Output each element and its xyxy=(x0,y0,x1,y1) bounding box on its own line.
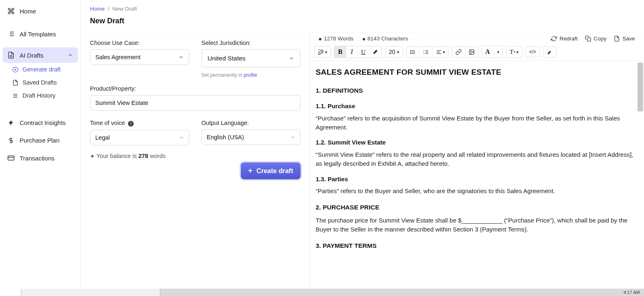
page-title: New Draft xyxy=(81,12,644,32)
fontfamily-drop[interactable]: ▾ xyxy=(494,46,503,58)
card-icon xyxy=(7,154,15,162)
save-button[interactable]: Save xyxy=(614,36,635,42)
copy-button[interactable]: Copy xyxy=(585,36,607,42)
sidebar-item-contract-insights[interactable]: Contract Insights xyxy=(2,115,78,130)
link-button[interactable] xyxy=(452,47,465,57)
image-button[interactable] xyxy=(465,47,478,57)
svg-rect-17 xyxy=(587,38,590,41)
product-input[interactable]: Summit View Estate xyxy=(90,95,301,111)
doc-heading: 3. PAYMENT TERMS xyxy=(316,241,635,250)
balance-value: 278 xyxy=(138,153,148,159)
sidebar: Home All Templates AI Drafts xyxy=(0,0,81,289)
doc-subheading: 1.1. Purchase xyxy=(316,102,635,111)
char-count: 8143 Characters xyxy=(368,36,408,42)
ol-button[interactable]: 123 xyxy=(419,47,432,57)
svg-rect-15 xyxy=(8,156,14,160)
jurisdiction-label: Select Jurisdiction: xyxy=(202,40,301,46)
sidebar-item-home[interactable]: Home xyxy=(2,3,78,19)
sidebar-sub-label: Saved Drafts xyxy=(22,79,57,86)
sidebar-item-purchase-plan[interactable]: Purchase Plan xyxy=(2,133,78,148)
sidebar-sub-label: Draft History xyxy=(22,92,56,99)
tone-select[interactable]: Legal xyxy=(90,130,189,145)
dot-icon xyxy=(319,38,321,40)
chevron-down-icon xyxy=(290,135,295,140)
document-editor[interactable]: SALES AGREEMENT FOR SUMMIT VIEW ESTATE 1… xyxy=(310,61,644,289)
eraser-button[interactable] xyxy=(369,46,381,58)
svg-text:3: 3 xyxy=(423,52,424,54)
create-draft-label: Create draft xyxy=(256,167,293,175)
sidebar-sub-saved-drafts[interactable]: Saved Drafts xyxy=(8,77,78,88)
save-icon xyxy=(614,36,620,42)
sidebar-sub-draft-history[interactable]: Draft History xyxy=(8,90,78,101)
breadcrumb-home[interactable]: Home xyxy=(90,6,105,12)
use-case-value: Sales Agreement xyxy=(95,54,140,60)
sidebar-label: All Templates xyxy=(20,31,56,38)
scrollbar[interactable] xyxy=(637,62,643,111)
align-button[interactable]: ▾ xyxy=(432,47,448,57)
sidebar-label: AI Drafts xyxy=(20,52,43,59)
svg-point-22 xyxy=(410,51,411,52)
codeview-button[interactable]: </> xyxy=(526,47,539,57)
sidebar-item-transactions[interactable]: Transactions xyxy=(2,150,78,166)
create-draft-button[interactable]: + Create draft xyxy=(241,162,301,179)
use-case-select[interactable]: Sales Agreement xyxy=(90,49,189,65)
file-icon xyxy=(12,80,18,86)
profile-link[interactable]: profile xyxy=(244,72,257,78)
ul-button[interactable] xyxy=(406,47,419,57)
taskbar-clock: 4:17 AM xyxy=(624,290,644,295)
doc-paragraph: “Summit View Estate” refers to the real … xyxy=(316,150,635,168)
jurisdiction-hint: Set permanently in profile xyxy=(202,72,301,78)
tone-value: Legal xyxy=(95,134,110,141)
plus-icon: + xyxy=(248,167,253,175)
svg-point-34 xyxy=(470,51,471,51)
fontsize-select[interactable]: 20▾ xyxy=(386,47,402,57)
list-icon xyxy=(7,30,15,38)
sidebar-label: Transactions xyxy=(20,155,54,162)
fontfamily-button[interactable]: A xyxy=(482,46,494,58)
doc-subheading: 1.2. Summit View Estate xyxy=(316,138,635,147)
redraft-button[interactable]: Redraft xyxy=(551,36,577,42)
lang-select[interactable]: English (USA) xyxy=(202,129,301,145)
clearformat-button[interactable]: T×▾ xyxy=(507,47,522,58)
doc-heading: 1. DEFINITIONS xyxy=(316,86,635,95)
taskbar: 4:17 AM xyxy=(0,289,644,296)
copy-icon xyxy=(585,36,591,42)
product-label: Product/Property: xyxy=(90,85,301,92)
underline-button[interactable]: U xyxy=(357,46,369,58)
svg-point-21 xyxy=(410,50,411,51)
sidebar-label: Purchase Plan xyxy=(20,137,60,144)
doc-heading: 2. PURCHASE PRICE xyxy=(316,203,635,212)
chevron-down-icon xyxy=(289,56,294,61)
info-icon[interactable]: i xyxy=(128,121,134,127)
dot-icon xyxy=(363,38,365,40)
sidebar-sub-generate-draft[interactable]: Generate draft xyxy=(8,64,78,75)
preview-stats: 1278 Words 8143 Characters xyxy=(319,36,408,42)
sidebar-item-all-templates[interactable]: All Templates xyxy=(2,26,78,42)
refresh-icon xyxy=(551,36,557,42)
jurisdiction-value: United States xyxy=(208,55,246,62)
bold-button[interactable]: B xyxy=(334,46,346,58)
doc-title: SALES AGREEMENT FOR SUMMIT VIEW ESTATE xyxy=(316,67,635,78)
balance-text: Your balance is 278 words xyxy=(90,153,301,159)
magic-button[interactable]: ▾ xyxy=(314,47,330,57)
highlight-button[interactable] xyxy=(543,47,556,57)
lang-value: English (USA) xyxy=(207,134,244,140)
product-value: Summit View Estate xyxy=(95,100,148,106)
doc-subheading: 1.3. Parties xyxy=(316,175,635,184)
sidebar-label: Home xyxy=(20,8,36,15)
sidebar-sub-ai-drafts: Generate draft Saved Drafts Draft Histor… xyxy=(2,64,78,101)
sidebar-label: Contract Insights xyxy=(20,119,66,126)
editor-toolbar: ▾ B I U 20▾ 123 ▾ xyxy=(310,45,644,61)
italic-button[interactable]: I xyxy=(346,46,357,58)
jurisdiction-select[interactable]: United States xyxy=(202,49,301,67)
taskbar-tab[interactable] xyxy=(21,289,160,296)
bolt-icon xyxy=(7,120,15,126)
doc-paragraph: “Purchase” refers to the acquisition of … xyxy=(316,114,635,132)
taskbar-tab[interactable] xyxy=(0,289,21,296)
breadcrumb-current: New Draft xyxy=(112,6,137,12)
svg-point-23 xyxy=(410,53,411,53)
word-count: 1278 Words xyxy=(324,36,354,42)
plus-circle-icon xyxy=(12,67,18,73)
sidebar-item-ai-drafts[interactable]: AI Drafts xyxy=(2,47,78,63)
doc-paragraph: “Parties” refers to the Buyer and Seller… xyxy=(316,187,635,196)
